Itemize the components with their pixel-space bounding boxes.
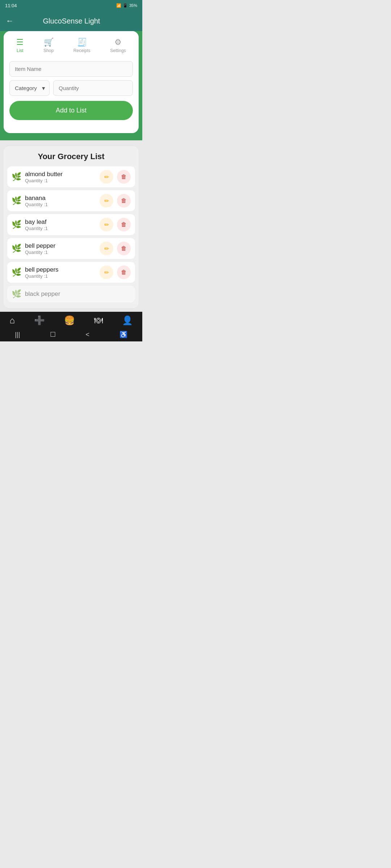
restaurant-icon: 🍽 <box>94 315 103 326</box>
item-name: bay leaf <box>25 218 96 226</box>
bottom-navigation: ⌂ ➕ 🍔 🍽 👤 <box>0 312 142 328</box>
item-info: bell peppers Quantity :1 <box>25 266 96 279</box>
leaf-icon: 🌿 <box>12 196 21 205</box>
pencil-icon: ✏ <box>104 269 109 276</box>
edit-item-button[interactable]: ✏ <box>100 242 113 255</box>
add-to-list-button[interactable]: Add to List <box>9 101 133 120</box>
delete-item-button[interactable]: 🗑 <box>117 265 131 279</box>
settings-icon: ⚙ <box>114 38 122 47</box>
list-item: 🌿 bay leaf Quantity :1 ✏ 🗑 <box>7 214 135 235</box>
tab-list-label: List <box>17 48 24 53</box>
leaf-icon: 🌿 <box>12 268 21 277</box>
bottom-nav-add-health[interactable]: ➕ <box>34 315 45 326</box>
quantity-input[interactable] <box>53 80 133 96</box>
category-select[interactable]: Category <box>9 80 50 96</box>
leaf-icon: 🌿 <box>12 289 21 299</box>
add-health-icon: ➕ <box>34 315 45 326</box>
status-time: 11:04 <box>5 3 17 8</box>
item-quantity: Quantity :1 <box>25 202 96 207</box>
item-name: bell pepper <box>25 242 96 250</box>
main-card: ☰ List 🛒 Shop 🧾 Receipts ⚙ Settings <box>4 31 139 133</box>
leaf-icon: 🌿 <box>12 220 21 229</box>
sys-home-button[interactable]: ☐ <box>50 331 56 339</box>
item-info: banana Quantity :1 <box>25 195 96 207</box>
item-name-input[interactable] <box>9 61 133 77</box>
delete-item-button[interactable]: 🗑 <box>117 170 131 184</box>
item-name: black pepper <box>25 290 131 298</box>
delete-item-button[interactable]: 🗑 <box>117 242 131 255</box>
item-info: almond butter Quantity :1 <box>25 171 96 183</box>
item-quantity: Quantity :1 <box>25 250 96 255</box>
delete-item-button[interactable]: 🗑 <box>117 218 131 231</box>
home-icon: ⌂ <box>9 315 15 326</box>
bottom-nav-restaurant[interactable]: 🍽 <box>94 315 103 326</box>
leaf-icon: 🌿 <box>12 244 21 253</box>
bottom-nav-home[interactable]: ⌂ <box>9 315 15 326</box>
leaf-icon: 🌿 <box>12 172 21 182</box>
status-bar: 11:04 📶 📱 35% <box>0 0 142 11</box>
shop-icon: 🛒 <box>44 38 54 47</box>
list-item: 🌿 bell peppers Quantity :1 ✏ 🗑 <box>7 262 135 283</box>
back-button[interactable]: ← <box>6 16 14 26</box>
item-info: black pepper <box>25 290 131 298</box>
tab-settings-label: Settings <box>110 48 126 53</box>
green-background: ☰ List 🛒 Shop 🧾 Receipts ⚙ Settings <box>0 31 142 140</box>
list-item: 🌿 black pepper <box>7 286 135 302</box>
category-wrapper: Category ▼ <box>9 80 50 96</box>
sys-menu-button[interactable]: ||| <box>15 331 20 339</box>
trash-icon: 🗑 <box>121 174 127 180</box>
grocery-list-section: Your Grocery List 🌿 almond butter Quanti… <box>4 146 139 308</box>
bottom-nav-food[interactable]: 🍔 <box>64 315 75 326</box>
tab-shop-label: Shop <box>43 48 54 53</box>
topbar: ← GlucoSense Light <box>0 11 142 31</box>
add-item-form: Category ▼ Add to List <box>4 58 139 126</box>
list-item: 🌿 banana Quantity :1 ✏ 🗑 <box>7 190 135 211</box>
tab-settings[interactable]: ⚙ Settings <box>106 35 130 55</box>
bottom-nav-profile[interactable]: 👤 <box>122 315 133 326</box>
signal-icon: 📱 <box>123 3 128 8</box>
tab-shop[interactable]: 🛒 Shop <box>39 35 58 55</box>
wifi-icon: 📶 <box>116 3 121 8</box>
pencil-icon: ✏ <box>104 197 109 204</box>
sys-accessibility-icon: ♿ <box>119 331 127 339</box>
tab-receipts[interactable]: 🧾 Receipts <box>69 35 95 55</box>
list-item: 🌿 bell pepper Quantity :1 ✏ 🗑 <box>7 238 135 259</box>
status-icons: 📶 📱 35% <box>116 3 137 8</box>
item-quantity: Quantity :1 <box>25 178 96 183</box>
food-icon: 🍔 <box>64 315 75 326</box>
item-name: bell peppers <box>25 266 96 273</box>
list-item: 🌿 almond butter Quantity :1 ✏ 🗑 <box>7 166 135 187</box>
category-quantity-row: Category ▼ <box>9 80 133 96</box>
profile-icon: 👤 <box>122 315 133 326</box>
app-title: GlucoSense Light <box>20 17 123 25</box>
item-info: bay leaf Quantity :1 <box>25 218 96 231</box>
receipts-icon: 🧾 <box>77 38 87 47</box>
item-info: bell pepper Quantity :1 <box>25 242 96 255</box>
item-quantity: Quantity :1 <box>25 226 96 231</box>
trash-icon: 🗑 <box>121 245 127 252</box>
edit-item-button[interactable]: ✏ <box>100 265 113 279</box>
battery-label: 35% <box>129 3 137 8</box>
nav-tabs: ☰ List 🛒 Shop 🧾 Receipts ⚙ Settings <box>4 31 139 58</box>
pencil-icon: ✏ <box>104 245 109 252</box>
item-name: almond butter <box>25 171 96 178</box>
grocery-list-title: Your Grocery List <box>7 152 135 161</box>
item-quantity: Quantity :1 <box>25 273 96 279</box>
tab-receipts-label: Receipts <box>73 48 91 53</box>
delete-item-button[interactable]: 🗑 <box>117 194 131 208</box>
list-icon: ☰ <box>16 38 24 47</box>
tab-list[interactable]: ☰ List <box>12 35 28 55</box>
trash-icon: 🗑 <box>121 197 127 204</box>
edit-item-button[interactable]: ✏ <box>100 218 113 231</box>
edit-item-button[interactable]: ✏ <box>100 170 113 184</box>
item-name: banana <box>25 195 96 202</box>
pencil-icon: ✏ <box>104 174 109 180</box>
trash-icon: 🗑 <box>121 221 127 228</box>
edit-item-button[interactable]: ✏ <box>100 194 113 208</box>
trash-icon: 🗑 <box>121 269 127 276</box>
pencil-icon: ✏ <box>104 221 109 228</box>
sys-back-button[interactable]: < <box>86 331 90 339</box>
system-nav-bar: ||| ☐ < ♿ <box>0 328 142 341</box>
